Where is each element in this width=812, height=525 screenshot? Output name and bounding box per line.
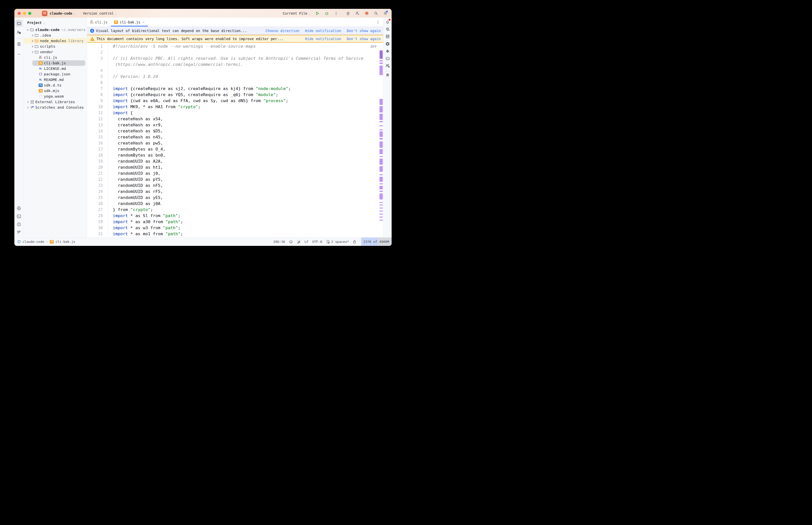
code-line-25[interactable]: 25 randomUUID as yE5, (87, 195, 383, 201)
code-line-31[interactable]: 31import * as mo1 from "path"; (87, 231, 383, 237)
code-line-15[interactable]: 15 createHash as n45, (87, 134, 383, 140)
code-line-29[interactable]: 29import * as a30 from "path"; (87, 219, 383, 225)
code-line-8[interactable]: 8import {createRequire as YQ5, createReq… (87, 92, 383, 98)
x-plugin-toolwindow-button[interactable] (384, 41, 391, 47)
breadcrumb-file[interactable]: cli-bak.js (56, 240, 75, 244)
code-editor[interactable]: OFF 1#!/usr/bin/env -S node --no-warning… (87, 43, 383, 238)
code-line-10[interactable]: 10import MK9, * as HA1 from "crypto"; (87, 104, 383, 110)
tab-cli-js[interactable]: 100JS cli.js (87, 18, 111, 27)
chevron-right-icon[interactable] (26, 100, 30, 104)
tree-item-vendor[interactable]: vendor (24, 49, 87, 55)
pull-requests-toolwindow-button[interactable]: ? (15, 29, 23, 36)
copilot-chat-toolwindow-button[interactable] (384, 62, 391, 69)
project-panel-header[interactable]: Project ⌄ (24, 18, 87, 25)
ai-assistant-toolwindow-button[interactable] (384, 26, 391, 32)
chevron-right-icon[interactable] (31, 34, 34, 37)
choose-direction-link[interactable]: Choose direction (265, 29, 299, 33)
code-line-21[interactable]: 21 randomUUID as j0, (87, 170, 383, 177)
code-line-24[interactable]: 24 randomUUID as rF5, (87, 189, 383, 195)
code-line-26[interactable]: 26 randomUUID as j0A (87, 201, 383, 207)
tree-item-yoga-wasm[interactable]: yoga.wasm (24, 93, 87, 99)
maven-m-toolwindow-button[interactable]: M (384, 72, 391, 79)
tree-item-cli-bak-js[interactable]: JScli-bak.js (24, 60, 87, 66)
code-line-9[interactable]: 9import {cwd as e0A, cwd as FfA, cwd as … (87, 98, 383, 104)
debug-button[interactable] (325, 11, 329, 16)
close-window-button[interactable] (18, 12, 21, 15)
code-line-6[interactable]: 6 (87, 80, 383, 86)
chevron-down-icon[interactable] (26, 28, 30, 31)
run-configuration-selector[interactable]: Current File ⌄ (283, 11, 310, 15)
hide-notification-link[interactable]: Hide notification (305, 37, 341, 41)
code-line-16[interactable]: 16 createHash as pw5, (87, 140, 383, 146)
line-separator-widget[interactable]: LF (305, 240, 309, 244)
code-line-5[interactable]: 5// Version: 1.0.24 (87, 74, 383, 80)
tree-item-sdk-mjs[interactable]: JSsdk.mjs (24, 88, 87, 93)
close-tab-icon[interactable]: × (143, 20, 145, 24)
code-line-27[interactable]: 27} from "crypto"; (87, 207, 383, 213)
more-toolwindows-button[interactable]: … (15, 50, 23, 57)
terminal-toolwindow-button[interactable] (15, 213, 23, 220)
services-toolwindow-button[interactable] (15, 205, 23, 212)
tree-item-readme-md[interactable]: M↓README.md (24, 77, 87, 82)
project-toolwindow-button[interactable] (15, 20, 23, 27)
code-line-17[interactable]: 17 randomBytes as O_4, (87, 146, 383, 152)
code-with-me-button[interactable] (355, 11, 359, 16)
dont-show-again-link[interactable]: Don't show again (347, 37, 381, 41)
copilot-status-icon[interactable] (289, 240, 293, 244)
hide-notification-link[interactable]: Hide notification (305, 29, 341, 33)
settings-button[interactable] (383, 11, 387, 16)
code-line-18[interactable]: 18 randomBytes as bn0, (87, 152, 383, 159)
editor-scrollbar[interactable] (380, 43, 383, 238)
tab-cli-bak-js[interactable]: JS cli-bak.js × (111, 18, 148, 27)
chevron-right-icon[interactable] (31, 45, 34, 48)
chevron-right-icon[interactable] (26, 106, 30, 109)
code-line-28[interactable]: 28import * as Sl from "path"; (87, 213, 383, 219)
chevron-right-icon[interactable] (31, 50, 34, 54)
vcs-menu[interactable]: Version control ⌄ (83, 11, 117, 15)
plugin-starburst-button[interactable] (364, 11, 369, 16)
code-line-20[interactable]: 20 randomUUID as ht1, (87, 164, 383, 170)
run-button[interactable] (315, 11, 320, 16)
project-menu[interactable]: claude-code ⌄ (50, 11, 75, 15)
copilot-toolwindow-button[interactable] (384, 55, 391, 62)
zoom-window-button[interactable] (28, 12, 31, 15)
tree-item-external-libraries[interactable]: External Libraries (24, 99, 87, 105)
code-line-30[interactable]: 30import * as w3 from "path"; (87, 225, 383, 231)
code-line-22[interactable]: 22 randomUUID as pY5, (87, 177, 383, 183)
more-actions-button[interactable] (334, 11, 338, 16)
database-toolwindow-button[interactable] (384, 33, 391, 40)
indent-widget[interactable]: 2 spaces* (326, 240, 349, 244)
code-line-19[interactable]: 19 randomUUID as A2A, (87, 159, 383, 164)
tree-item-scripts[interactable]: scripts (24, 44, 87, 49)
code-line-2[interactable]: 2 (87, 49, 383, 56)
tree-item-node-modules[interactable]: node_moduleslibrary (24, 38, 87, 44)
breadcrumb-root[interactable]: claude-code (23, 240, 44, 244)
code-line-11[interactable]: 11import { (87, 110, 383, 116)
code-line-3-wrap[interactable]: (https://www.anthropic.com/legal/commerc… (87, 61, 383, 68)
code-line-4[interactable]: 4 (87, 68, 383, 74)
tab-options-kebab-icon[interactable] (376, 20, 380, 24)
search-everywhere-button[interactable] (374, 11, 378, 16)
git-toolwindow-button[interactable] (15, 229, 23, 236)
minimize-window-button[interactable] (23, 12, 26, 15)
tree-item-sdk-d-ts[interactable]: TSsdk.d.ts (24, 82, 87, 88)
chevron-right-icon[interactable] (31, 39, 34, 43)
highlighting-level-icon[interactable] (297, 240, 301, 244)
code-line-1[interactable]: 1#!/usr/bin/env -S node --no-warnings --… (87, 43, 383, 49)
tree-item-package-json[interactable]: {}package.json (24, 71, 87, 77)
structure-toolwindow-button[interactable] (15, 41, 23, 48)
code-line-14[interactable]: 14 createHash as $D5, (87, 128, 383, 134)
dont-show-again-link[interactable]: Don't show again (347, 29, 381, 33)
code-line-23[interactable]: 23 randomUUID as nF5, (87, 183, 383, 189)
tree-item-cli-js[interactable]: 100JScli.js (24, 55, 87, 60)
memory-indicator[interactable]: 2376 of 4900M (361, 238, 392, 246)
notifications-bell-button[interactable] (384, 19, 391, 25)
encoding-widget[interactable]: UTF-8 (312, 240, 322, 244)
tree-item-license-md[interactable]: M↓LICENSE.md (24, 66, 87, 71)
ai-assistant-icon[interactable]: @ (346, 11, 350, 16)
code-line-3[interactable]: 3// (c) Anthropic PBC. All rights reserv… (87, 56, 383, 61)
code-line-13[interactable]: 13 createHash as xr9, (87, 122, 383, 128)
code-line-12[interactable]: 12 createHash as xS4, (87, 116, 383, 122)
code-line-7[interactable]: 7import {createRequire as sj2, createReq… (87, 86, 383, 92)
tree-item--idea[interactable]: .idea (24, 32, 87, 38)
